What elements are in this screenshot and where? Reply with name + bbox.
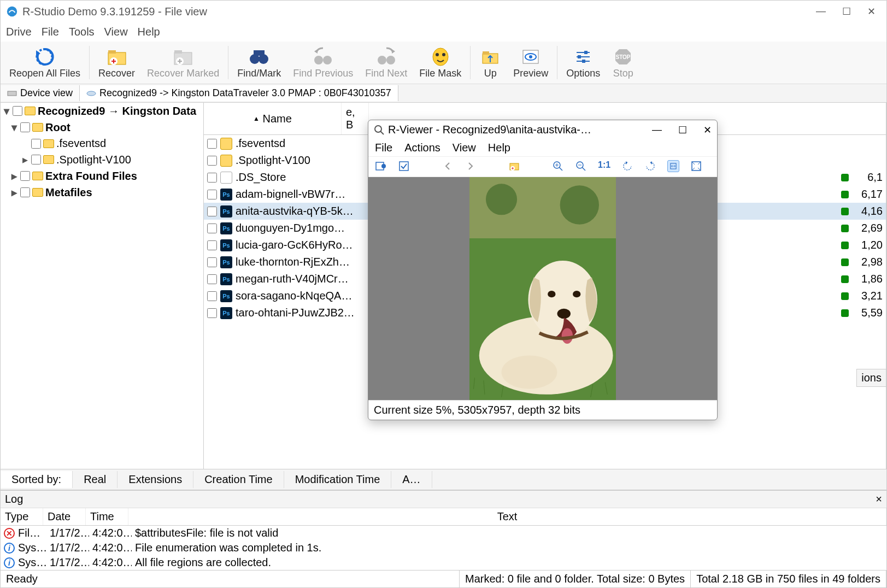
menu-view[interactable]: View	[104, 26, 128, 38]
log-title: Log	[5, 493, 23, 505]
tree-item[interactable]: ▸Metafiles	[1, 184, 203, 201]
log-row[interactable]: iSys…1/17/2…4:42:0…File enumeration was …	[1, 540, 886, 555]
menu-drive[interactable]: Drive	[6, 26, 32, 38]
log-close-button[interactable]: ×	[876, 493, 882, 505]
svg-point-10	[314, 56, 323, 64]
svg-point-60	[557, 309, 571, 319]
viewer-maximize-button[interactable]: ☐	[678, 124, 687, 136]
svg-point-48	[560, 185, 599, 224]
svg-point-12	[378, 56, 386, 64]
log-columns[interactable]: Type Date Time Text	[1, 508, 886, 526]
app-icon	[6, 5, 18, 17]
viewer-minimize-button[interactable]: —	[652, 124, 662, 136]
maximize-button[interactable]: ☐	[842, 5, 851, 17]
next-icon[interactable]	[465, 160, 477, 172]
svg-point-13	[386, 56, 395, 64]
zoom-in-icon[interactable]	[552, 160, 564, 172]
menu-file[interactable]: File	[42, 26, 59, 38]
svg-rect-30	[8, 91, 16, 96]
find-next-button[interactable]: Find Next	[360, 44, 413, 81]
zoom-1to1-icon[interactable]: 1:1	[598, 160, 610, 172]
menubar: Drive File Tools View Help	[1, 22, 886, 42]
tree-item[interactable]: ▸.Spotlight-V100	[1, 151, 203, 168]
goto-icon[interactable]	[375, 160, 387, 172]
viewer-titlebar[interactable]: R-Viewer - Recognized9\anita-austvika-… …	[368, 120, 717, 139]
check-icon[interactable]	[398, 160, 410, 172]
reopen-all-files-button[interactable]: Reopen All Files	[4, 44, 86, 81]
sort-real[interactable]: Real	[73, 471, 118, 488]
svg-text:STOP: STOP	[616, 54, 631, 60]
log-rows[interactable]: ✕Fil…1/17/2…4:42:0…$attributesFile: file…	[1, 526, 886, 570]
mask-icon	[430, 46, 451, 68]
preview-button[interactable]: Preview	[508, 44, 554, 81]
partition-icon	[86, 89, 96, 98]
svg-point-14	[433, 48, 448, 66]
col-name[interactable]: Name	[263, 113, 292, 125]
svg-line-42	[582, 167, 585, 170]
sort-modification-time[interactable]: Modification Time	[284, 471, 392, 488]
viewer-menu-actions[interactable]: Actions	[404, 142, 440, 154]
svg-point-15	[436, 53, 439, 56]
zoom-out-icon[interactable]	[575, 160, 587, 172]
tree-item[interactable]: ▾Recognized9 → Kingston Data	[1, 103, 203, 119]
menu-tools[interactable]: Tools	[69, 26, 95, 38]
svg-point-11	[323, 56, 332, 64]
viewer-close-button[interactable]: ✕	[703, 124, 712, 136]
svg-point-21	[529, 55, 532, 58]
options-button[interactable]: Options	[561, 44, 606, 81]
sort-more[interactable]: A…	[391, 471, 432, 488]
fullscreen-icon[interactable]	[690, 160, 702, 172]
viewer-app-icon	[374, 125, 385, 136]
viewer-canvas[interactable]	[368, 177, 717, 400]
svg-point-0	[7, 7, 17, 16]
up-button[interactable]: Up	[474, 44, 507, 81]
viewer-menu-help[interactable]: Help	[488, 142, 510, 154]
recover-marked-button[interactable]: Recover Marked	[142, 44, 225, 81]
preview-image	[469, 177, 616, 400]
recover-button[interactable]: Recover	[93, 44, 140, 81]
options-tab-fragment[interactable]: ions	[856, 369, 886, 387]
find-previous-button[interactable]: Find Previous	[287, 44, 359, 81]
log-row[interactable]: ✕Fil…1/17/2…4:42:0…$attributesFile: file…	[1, 526, 886, 540]
find-mark-button[interactable]: Find/Mark	[232, 44, 286, 81]
close-button[interactable]: ✕	[867, 5, 876, 17]
sort-extensions[interactable]: Extensions	[118, 471, 193, 488]
rotate-left-icon[interactable]	[621, 160, 633, 172]
tab-device-view[interactable]: Device view	[1, 85, 80, 101]
svg-rect-18	[483, 51, 489, 55]
file-mask-button[interactable]: File Mask	[414, 44, 467, 81]
rotate-right-icon[interactable]	[644, 160, 656, 172]
binoculars-next-icon	[375, 46, 397, 68]
sort-creation-time[interactable]: Creation Time	[193, 471, 284, 488]
tree-item[interactable]: .fseventsd	[1, 136, 203, 151]
svg-point-31	[87, 91, 96, 96]
log-pane: Log × Type Date Time Text ✕Fil…1/17/2…4:…	[1, 490, 886, 570]
fit-width-icon[interactable]	[667, 160, 679, 172]
svg-rect-9	[254, 50, 265, 56]
minimize-button[interactable]: —	[816, 5, 826, 17]
stop-button[interactable]: STOP Stop	[607, 44, 639, 81]
col-extra[interactable]: e, B	[342, 103, 369, 134]
log-row[interactable]: iSys…1/17/2…4:42:0…All file regions are …	[1, 555, 886, 570]
svg-point-47	[486, 184, 517, 215]
drive-icon	[7, 89, 17, 98]
prev-icon[interactable]	[442, 160, 454, 172]
viewer-window[interactable]: R-Viewer - Recognized9\anita-austvika-… …	[368, 120, 718, 420]
tab-recognized[interactable]: Recognized9 -> Kingston DataTraveler 3.0…	[80, 85, 398, 101]
sort-label: Sorted by:	[1, 471, 73, 488]
status-bar: Ready Marked: 0 file and 0 folder. Total…	[1, 570, 886, 587]
recover-file-icon[interactable]	[508, 160, 520, 172]
folder-tree[interactable]: ▾Recognized9 → Kingston Data▾Root.fseven…	[1, 103, 204, 469]
menu-help[interactable]: Help	[138, 26, 160, 38]
svg-point-59	[573, 291, 580, 297]
tree-item[interactable]: ▾Root	[1, 119, 203, 136]
sliders-icon	[572, 46, 594, 68]
viewer-title: R-Viewer - Recognized9\anita-austvika-…	[388, 124, 652, 136]
folder-plus-icon	[106, 46, 128, 68]
binoculars-prev-icon	[312, 46, 334, 68]
tree-item[interactable]: ▸Extra Found Files	[1, 168, 203, 184]
viewer-menu-view[interactable]: View	[453, 142, 476, 154]
stop-icon: STOP	[612, 46, 634, 68]
viewer-menu-file[interactable]: File	[375, 142, 392, 154]
svg-point-16	[442, 53, 445, 56]
